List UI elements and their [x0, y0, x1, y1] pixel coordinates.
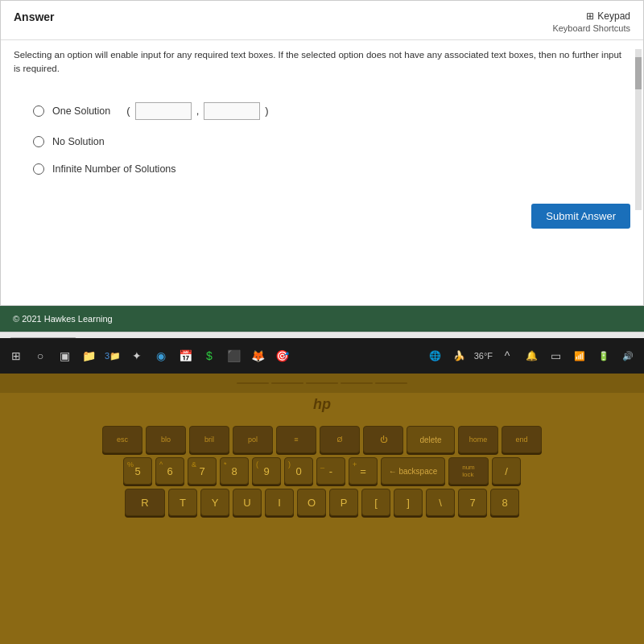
chevron-icon[interactable]: ^: [497, 346, 517, 365]
radio-no-solution[interactable]: [33, 136, 44, 147]
key-9[interactable]: ( 9: [252, 457, 281, 485]
keyboard-row-fn: esc blo bril pol ≡ Ø ⏻ delete home end: [16, 426, 628, 453]
keypad-icon: ⊞: [586, 10, 594, 22]
key-i[interactable]: I: [265, 489, 294, 516]
speaker-grill-top: [0, 374, 644, 393]
folder3-icon[interactable]: 3📁: [103, 346, 122, 365]
key-fn3[interactable]: bril: [189, 426, 229, 453]
grill-line-2: [271, 382, 303, 384]
key-numpad-slash[interactable]: /: [492, 457, 521, 485]
laptop-bottom: hp esc blo bril pol ≡ Ø ⏻ delete home en…: [0, 374, 644, 644]
comma: ,: [196, 105, 200, 117]
key-7[interactable]: & 7: [188, 457, 217, 485]
grill-line-1: [237, 382, 269, 384]
keypad-button[interactable]: ⊞ Keypad: [552, 10, 630, 22]
open-paren: (: [126, 105, 130, 117]
key-fn1[interactable]: esc: [102, 426, 142, 453]
key-bracket-close[interactable]: ]: [394, 489, 423, 516]
key-num8[interactable]: 8: [490, 489, 519, 516]
keypad-label: Keypad: [597, 10, 630, 22]
taskbar-start: ⊞ ○ ▣ 📁 3📁 ✦ ◉ 📅 $ ⬛ 🦊 🎯: [6, 346, 291, 365]
key-minus[interactable]: _ -: [316, 457, 345, 485]
key-delete[interactable]: delete: [407, 426, 455, 453]
option-label-no-solution: No Solution: [52, 136, 105, 147]
app-content: Answer ⊞ Keypad Keyboard Shortcuts Selec…: [0, 0, 644, 338]
answer-header: Answer ⊞ Keypad Keyboard Shortcuts: [1, 1, 643, 40]
firefox-icon[interactable]: 🦊: [248, 346, 267, 365]
keyboard-row-top-letters: R T Y U I O P [ ] \ 7 8: [16, 489, 628, 516]
hp-logo-area: hp: [0, 393, 644, 416]
key-fn6[interactable]: Ø: [320, 426, 360, 453]
file-explorer-icon[interactable]: 📁: [79, 346, 98, 365]
scrollbar-thumb[interactable]: [635, 57, 642, 89]
option-row-no-solution: No Solution: [33, 128, 630, 155]
key-bracket-open[interactable]: [: [361, 489, 390, 516]
network-icon[interactable]: 🌐: [426, 346, 445, 365]
grill-line-4: [341, 382, 373, 384]
key-numlock[interactable]: numlock: [448, 457, 489, 485]
key-u[interactable]: U: [233, 489, 262, 516]
radio-infinite-solutions[interactable]: [33, 163, 44, 175]
key-power[interactable]: ⏻: [363, 426, 403, 453]
taskbar-right: 🌐 🍌 36°F ^ 🔔 ▭ 📶 🔋 🔊: [426, 346, 638, 365]
search-icon[interactable]: ○: [31, 346, 50, 365]
y-coord-input[interactable]: [204, 102, 260, 120]
key-t[interactable]: T: [168, 489, 197, 516]
keyboard-area: esc blo bril pol ≡ Ø ⏻ delete home end %…: [0, 416, 644, 516]
app-icon[interactable]: 🎯: [272, 346, 291, 365]
dollar-icon[interactable]: $: [200, 346, 219, 365]
option-row-infinite-solutions: Infinite Number of Solutions: [33, 155, 630, 183]
calendar-icon[interactable]: 📅: [175, 346, 195, 365]
edge-icon[interactable]: ◉: [151, 346, 171, 365]
key-o[interactable]: O: [297, 489, 326, 516]
keypad-area: ⊞ Keypad Keyboard Shortcuts: [552, 10, 630, 33]
windows-start-icon[interactable]: ⊞: [6, 346, 26, 365]
instruction-text: Selecting an option will enable input fo…: [1, 40, 643, 88]
key-end[interactable]: end: [502, 426, 542, 453]
copyright-text: © 2021 Hawkes Learning: [13, 314, 113, 324]
submit-area: Submit Answer: [1, 197, 643, 238]
battery-icon[interactable]: 🔋: [594, 346, 613, 365]
key-8[interactable]: * 8: [220, 457, 249, 485]
key-p[interactable]: P: [329, 489, 358, 516]
options-area: One Solution ( , ) No Solution Infinite …: [1, 88, 643, 189]
footer-bar: © 2021 Hawkes Learning: [0, 306, 644, 332]
option-row-one-solution: One Solution ( , ): [33, 94, 630, 128]
key-6[interactable]: ^ 6: [155, 457, 184, 485]
key-num7[interactable]: 7: [458, 489, 487, 516]
keyboard-shortcuts-link[interactable]: Keyboard Shortcuts: [552, 23, 630, 33]
grill-line-3: [306, 382, 338, 384]
office-icon[interactable]: ⬛: [224, 346, 243, 365]
audio-icon[interactable]: 🔊: [618, 346, 638, 365]
display-icon[interactable]: ▭: [546, 346, 565, 365]
scrollbar[interactable]: [635, 49, 642, 210]
answer-panel: Answer ⊞ Keypad Keyboard Shortcuts Selec…: [0, 0, 644, 306]
grill-line-5: [375, 382, 407, 384]
key-0[interactable]: ) 0: [284, 457, 313, 485]
grill-lines: [237, 382, 407, 384]
one-solution-inputs: ( , ): [126, 102, 268, 120]
key-fn4[interactable]: pol: [233, 426, 273, 453]
key-home[interactable]: home: [458, 426, 498, 453]
answer-title: Answer: [14, 10, 55, 23]
dropbox-icon[interactable]: ✦: [127, 346, 147, 365]
keyboard-row-numbers: % 5 ^ 6 & 7 * 8 ( 9 ) 0: [16, 457, 628, 485]
submit-button[interactable]: Submit Answer: [531, 204, 630, 229]
task-view-icon[interactable]: ▣: [55, 346, 74, 365]
option-label-one-solution: One Solution: [52, 105, 110, 117]
key-fn2[interactable]: blo: [146, 426, 186, 453]
wifi-icon[interactable]: 📶: [570, 346, 589, 365]
banana-icon[interactable]: 🍌: [450, 346, 469, 365]
key-plus[interactable]: + =: [349, 457, 378, 485]
key-fn5[interactable]: ≡: [276, 426, 316, 453]
radio-one-solution[interactable]: [33, 105, 44, 117]
close-paren: ): [265, 105, 268, 117]
x-coord-input[interactable]: [135, 102, 192, 120]
notification-icon[interactable]: 🔔: [522, 346, 541, 365]
key-5[interactable]: % 5: [123, 457, 152, 485]
key-r[interactable]: R: [125, 489, 165, 516]
option-label-infinite-solutions: Infinite Number of Solutions: [52, 163, 176, 175]
key-backslash[interactable]: \: [426, 489, 455, 516]
key-backspace[interactable]: ← backspace: [381, 457, 445, 485]
key-y[interactable]: Y: [200, 489, 229, 516]
